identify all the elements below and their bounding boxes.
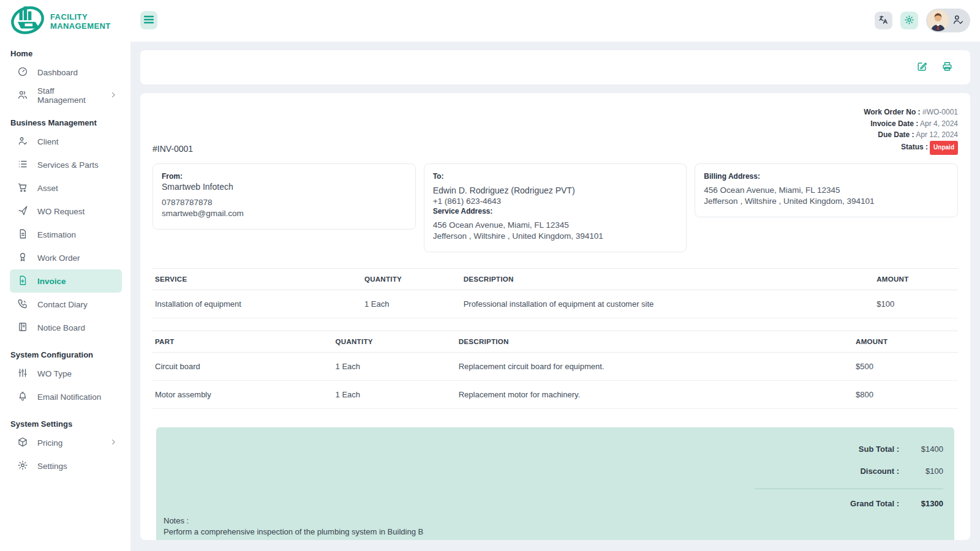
discount-value: $100 [899, 467, 943, 476]
sidebar-section-business: Business Management [10, 118, 122, 127]
notes-text: Perform a comprehensive inspection of th… [164, 527, 943, 538]
discount-row: Discount : $100 [755, 467, 943, 476]
col-service: SERVICE [153, 269, 362, 290]
avatar [927, 10, 949, 31]
app-root: FACILITYMANAGEMENT [0, 0, 980, 551]
sidebar-item-label: Dashboard [37, 68, 117, 77]
table-row: Motor assembly 1 Each Replacement motor … [153, 381, 958, 409]
sidebar-item-asset[interactable]: Asset [10, 176, 122, 200]
sub-total-value: $1400 [899, 444, 943, 454]
part-table: PART QUANTITY DESCRIPTION AMOUNT Circuit… [153, 331, 958, 409]
invoice-meta: Work Order No : #WO-0001 Invoice Date : … [864, 107, 958, 155]
sidebar-item-label: WO Request [37, 207, 117, 216]
sidebar-toggle-button[interactable] [140, 11, 157, 29]
sidebar-section-home: Home [10, 49, 122, 58]
sidebar-item-dashboard[interactable]: Dashboard [10, 61, 122, 84]
part-table-header: PART QUANTITY DESCRIPTION AMOUNT [153, 331, 958, 353]
sidebar-item-settings[interactable]: Settings [10, 454, 122, 478]
facility-logo-icon [10, 4, 45, 39]
translate-icon [878, 15, 889, 27]
amount-cell: $800 [853, 381, 958, 409]
sidebar-item-label: Contact Diary [37, 300, 117, 309]
from-box: From: Smartweb Infotech 07878787878 smar… [153, 163, 416, 230]
address-row: From: Smartweb Infotech 07878787878 smar… [153, 163, 958, 252]
send-icon [17, 205, 28, 218]
sidebar-item-estimation[interactable]: Estimation [10, 223, 122, 246]
header-actions [875, 9, 970, 32]
bell-icon [17, 391, 28, 403]
part-cell: Circuit board [153, 353, 333, 381]
description-cell: Professional installation of equipment a… [461, 290, 875, 318]
col-part: PART [153, 331, 333, 353]
gear-icon [904, 15, 914, 27]
grand-total-row: Grand Total : $1300 [755, 489, 943, 508]
to-name: Edwin D. Rodriguez (Rodriguez PVT) [433, 185, 678, 196]
invoice-number: #INV-0001 [153, 144, 193, 155]
sidebar-item-label: Services & Parts [37, 160, 117, 170]
award-icon [17, 252, 28, 264]
sliders-icon [17, 367, 28, 380]
sidebar-item-label: Notice Board [37, 323, 117, 332]
translate-button[interactable] [875, 12, 892, 29]
gear-icon [17, 460, 28, 473]
meta-status: Status :Unpaid [864, 141, 958, 156]
sidebar-item-pricing[interactable]: Pricing [10, 431, 122, 454]
sidebar-item-label: Pricing [37, 438, 100, 448]
sidebar-item-label: Settings [37, 462, 117, 471]
sidebar-item-services-parts[interactable]: Services & Parts [10, 153, 122, 176]
settings-shortcut-button[interactable] [900, 12, 918, 29]
document-icon [17, 228, 28, 241]
col-description: DESCRIPTION [461, 269, 875, 290]
service-table-header: SERVICE QUANTITY DESCRIPTION AMOUNT [153, 269, 958, 290]
service-address-line2: Jefferson , Wiltshire , United Kingdom, … [433, 231, 678, 242]
sidebar-section-system-config: System Configuration [10, 350, 122, 359]
from-phone: 07878787878 [162, 197, 407, 208]
app-logo[interactable]: FACILITYMANAGEMENT [10, 4, 111, 39]
sidebar-item-client[interactable]: Client [10, 130, 122, 153]
totals-box: Sub Total : $1400 Discount : $100 Grand … [156, 427, 954, 540]
sidebar-item-staff-management[interactable]: Staff Management [10, 84, 122, 107]
hamburger-icon [144, 15, 154, 26]
sidebar-item-wo-type[interactable]: WO Type [10, 362, 122, 385]
invoice-toolbar [140, 50, 970, 84]
top-header: FACILITYMANAGEMENT [0, 0, 980, 42]
chevron-right-icon [110, 91, 117, 100]
edit-invoice-button[interactable] [916, 61, 928, 74]
printer-icon [941, 61, 953, 74]
sidebar-item-work-order[interactable]: Work Order [10, 246, 122, 269]
list-icon [17, 159, 28, 171]
sidebar-item-wo-request[interactable]: WO Request [10, 200, 122, 223]
sidebar-item-label: Email Notification [37, 392, 117, 402]
amount-cell: $500 [853, 353, 958, 381]
meta-work-order: Work Order No : #WO-0001 [864, 107, 958, 118]
users-icon [17, 89, 28, 102]
print-invoice-button[interactable] [941, 61, 953, 74]
description-cell: Replacement circuit board for equipment. [456, 353, 853, 381]
invoice-header-row: #INV-0001 Work Order No : #WO-0001 Invoi… [153, 107, 958, 155]
to-box: To: Edwin D. Rodriguez (Rodriguez PVT) +… [424, 163, 687, 252]
col-amount: AMOUNT [874, 269, 958, 290]
from-email: smartweb@gmail.com [162, 208, 407, 219]
service-address-label: Service Address: [433, 207, 678, 216]
sidebar-section-system-settings: System Settings [10, 419, 122, 429]
service-table: SERVICE QUANTITY DESCRIPTION AMOUNT Inst… [153, 268, 958, 318]
sidebar-item-invoice[interactable]: Invoice [10, 269, 122, 293]
file-plus-icon [17, 275, 28, 288]
sidebar-item-email-notification[interactable]: Email Notification [10, 385, 122, 408]
table-row: Installation of equipment 1 Each Profess… [153, 290, 958, 318]
billing-address-line1: 456 Ocean Avenue, Miami, FL 12345 [704, 185, 949, 196]
sidebar-item-contact-diary[interactable]: Contact Diary [10, 293, 122, 316]
billing-title: Billing Address: [704, 172, 949, 181]
dashboard-icon [17, 66, 28, 79]
billing-box: Billing Address: 456 Ocean Avenue, Miami… [695, 163, 958, 217]
profile-menu[interactable] [926, 9, 970, 32]
to-title: To: [433, 172, 678, 181]
meta-due-date: Due Date : Apr 12, 2024 [864, 129, 958, 141]
notes-label: Notes : [164, 515, 943, 527]
sidebar-item-notice-board[interactable]: Notice Board [10, 316, 122, 339]
quantity-cell: 1 Each [362, 290, 461, 318]
sidebar-item-label: Estimation [37, 230, 117, 239]
sidebar: Home Dashboard Staff Management Business… [0, 42, 130, 551]
sidebar-item-label: Invoice [37, 277, 117, 286]
totals-column: Sub Total : $1400 Discount : $100 Grand … [755, 444, 943, 508]
